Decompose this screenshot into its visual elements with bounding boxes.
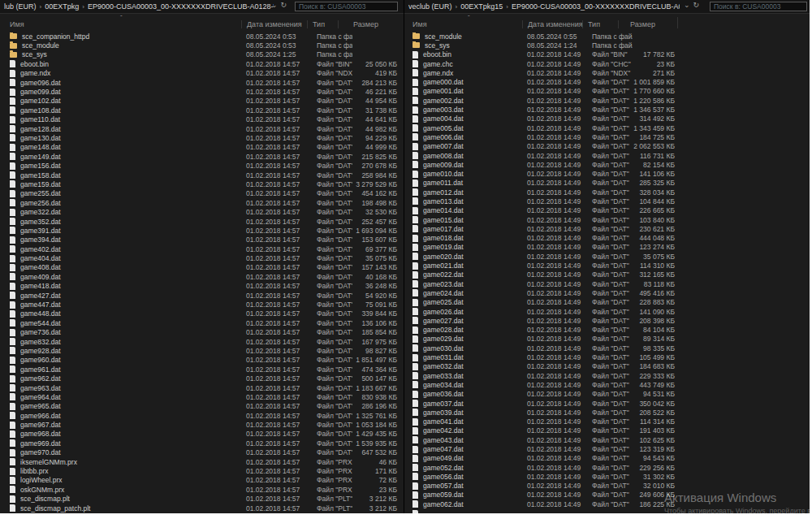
breadcrumb[interactable]: lub (EUR)›00EXTpkg›EP9000-CUSA00003_00-X… (4, 2, 274, 11)
file-row[interactable]: game404.dat01.02.2018 14:57Файл "DAT"35 … (0, 253, 404, 262)
breadcrumb-segment[interactable]: EP9000-CUSA00003_00-XXXXXXXDRIVECLUB-A01… (512, 2, 680, 11)
breadcrumb[interactable]: veclub (EUR)›00EXTpkg15›EP9000-CUSA00003… (408, 2, 680, 11)
column-header-name[interactable]: Имя (10, 20, 246, 28)
file-row[interactable]: game020.dat01.02.2018 14:49Файл "DAT"35 … (404, 252, 810, 261)
file-row[interactable]: game032.dat01.02.2018 14:49Файл "DAT"184… (404, 362, 810, 371)
file-row[interactable]: game009.dat01.02.2018 14:49Файл "DAT"82 … (404, 160, 810, 169)
file-row[interactable]: eboot.bin01.02.2018 14:49Файл "BIN"17 78… (404, 50, 810, 59)
file-row[interactable]: game052.dat01.02.2018 14:49Файл "DAT"229… (404, 463, 810, 472)
search-input[interactable] (710, 2, 807, 11)
file-row[interactable]: game402.dat01.02.2018 14:57Файл "DAT"69 … (0, 244, 404, 253)
file-row[interactable]: game096.dat01.02.2018 14:57Файл "DAT"284… (0, 78, 404, 87)
file-row[interactable]: game256.dat01.02.2018 14:57Файл "DAT"198… (0, 198, 404, 207)
file-row[interactable]: game736.dat01.02.2018 14:57Файл "DAT"185… (0, 328, 404, 337)
file-row[interactable]: game028.dat01.02.2018 14:49Файл "DAT"84 … (404, 326, 810, 335)
file-row[interactable]: game005.dat01.02.2018 14:49Файл "DAT"1 3… (404, 123, 810, 132)
file-row[interactable]: game130.dat01.02.2018 14:57Файл "DAT"94 … (0, 133, 404, 142)
column-header-type[interactable]: Тип (582, 20, 623, 28)
file-row[interactable]: game156.dat01.02.2018 14:57Файл "DAT"270… (0, 161, 404, 170)
file-row[interactable]: sce_companion_httpd08.05.2024 0:53Папка … (0, 32, 404, 41)
file-row[interactable]: game059.dat01.02.2018 14:49Файл "DAT"249… (404, 491, 810, 500)
file-row[interactable]: game002.dat01.02.2018 14:49Файл "DAT"1 2… (404, 96, 810, 105)
file-row[interactable]: game409.dat01.02.2018 14:57Файл "DAT"40 … (0, 272, 404, 281)
file-row[interactable]: sce_module08.05.2024 0:53Папка с файлами (0, 41, 404, 50)
file-row[interactable]: iksemelGNMm.prx01.02.2018 14:57Файл "PRX… (0, 457, 404, 466)
breadcrumb-segment[interactable]: 00EXTpkg (45, 2, 79, 11)
file-row[interactable]: game963.dat01.02.2018 14:57Файл "DAT"1 1… (0, 383, 404, 392)
file-row[interactable]: game966.dat01.02.2018 14:57Файл "DAT"1 3… (0, 411, 404, 420)
refresh-icon[interactable]: ↻ (693, 1, 702, 9)
file-row[interactable]: game447.dat01.02.2018 14:57Файл "DAT"75 … (0, 300, 404, 309)
file-row[interactable]: game962.dat01.02.2018 14:57Файл "DAT"500… (0, 374, 404, 383)
file-row[interactable]: game158.dat01.02.2018 14:57Файл "DAT"258… (0, 171, 404, 179)
file-row[interactable]: game352.dat01.02.2018 14:57Файл "DAT"252… (0, 217, 404, 226)
file-row[interactable]: game019.dat01.02.2018 14:49Файл "DAT"123… (404, 243, 810, 252)
file-row[interactable]: game022.dat01.02.2018 14:49Файл "DAT"312… (404, 270, 810, 279)
file-row[interactable]: game427.dat01.02.2018 14:57Файл "DAT"54 … (0, 291, 404, 300)
file-row[interactable]: game030.dat01.02.2018 14:49Файл "DAT"98 … (404, 344, 810, 352)
file-row[interactable]: sce_sys08.05.2024 1:24Папка с файлами (404, 41, 810, 50)
breadcrumb-segment[interactable]: lub (EUR) (4, 2, 37, 11)
file-row[interactable]: game928.dat01.02.2018 14:57Файл "DAT"98 … (0, 346, 404, 355)
file-row[interactable]: game056.dat01.02.2018 14:49Файл "DAT"31 … (404, 472, 810, 481)
file-row[interactable]: eboot.bin01.02.2018 14:57Файл "BIN"25 05… (0, 59, 404, 68)
file-row[interactable]: game047.dat01.02.2018 14:49Файл "DAT"123… (404, 444, 810, 453)
column-header-size[interactable]: Размер (338, 20, 382, 28)
file-row[interactable]: game967.dat01.02.2018 14:57Файл "DAT"1 0… (0, 420, 404, 429)
file-row[interactable]: game036.dat01.02.2018 14:49Файл "DAT"94 … (404, 390, 810, 399)
file-row[interactable]: game408.dat01.02.2018 14:57Файл "DAT"157… (0, 263, 404, 272)
file-row[interactable]: game.chc01.02.2018 14:49Файл "CHC"23 КБ (404, 59, 810, 68)
file-row[interactable]: game110.dat01.02.2018 14:57Файл "DAT"44 … (0, 115, 404, 124)
chevron-down-icon[interactable]: ⌄ (271, 1, 281, 9)
file-row[interactable]: game961.dat01.02.2018 14:57Файл "DAT"474… (0, 365, 404, 374)
file-row[interactable]: game026.dat01.02.2018 14:49Файл "DAT"141… (404, 307, 810, 316)
column-header-date[interactable]: Дата изменения (522, 20, 587, 28)
file-row[interactable]: game159.dat01.02.2018 14:57Файл "DAT"3 2… (0, 179, 404, 188)
file-row[interactable]: sce_sys08.05.2024 1:25Папка с файлами (0, 50, 404, 59)
file-row[interactable]: game023.dat01.02.2018 14:49Файл "DAT"83 … (404, 279, 810, 288)
file-row[interactable]: game031.dat01.02.2018 14:49Файл "DAT"105… (404, 352, 810, 361)
file-row[interactable]: game037.dat01.02.2018 14:49Файл "DAT"350… (404, 399, 810, 408)
search-input[interactable] (295, 2, 398, 11)
file-row[interactable]: game448.dat01.02.2018 14:57Файл "DAT"339… (0, 309, 404, 318)
file-row[interactable]: game043.dat01.02.2018 14:49Файл "DAT"102… (404, 435, 810, 444)
file-row[interactable]: game024.dat01.02.2018 14:49Файл "DAT"495… (404, 288, 810, 297)
file-row[interactable]: game027.dat01.02.2018 14:49Файл "DAT"208… (404, 316, 810, 325)
file-row[interactable]: game969.dat01.02.2018 14:57Файл "DAT"1 5… (0, 439, 404, 448)
file-row[interactable]: game.ndx01.02.2018 14:49Файл "NDX"271 КБ (404, 68, 810, 77)
file-row[interactable]: game.ndx01.02.2018 14:57Файл "NDX"419 КБ (0, 69, 404, 78)
file-row[interactable]: game149.dat01.02.2018 14:57Файл "DAT"215… (0, 152, 404, 161)
file-row[interactable]: game057.dat01.02.2018 14:49Файл "DAT"32 … (404, 482, 810, 491)
breadcrumb-segment[interactable]: veclub (EUR) (408, 2, 452, 11)
file-row[interactable]: game034.dat01.02.2018 14:49Файл "DAT"443… (404, 380, 810, 389)
file-row[interactable]: game010.dat01.02.2018 14:49Файл "DAT"141… (404, 169, 810, 178)
file-row[interactable]: game021.dat01.02.2018 14:49Файл "DAT"114… (404, 261, 810, 270)
file-row[interactable]: game041.dat01.02.2018 14:49Файл "DAT"114… (404, 417, 810, 426)
file-row[interactable]: game062.dat01.02.2018 14:49Файл "DAT"186… (404, 500, 810, 508)
file-row[interactable]: game015.dat01.02.2018 14:49Файл "DAT"103… (404, 215, 810, 224)
file-row[interactable]: game255.dat01.02.2018 14:57Файл "DAT"454… (0, 189, 404, 198)
file-row[interactable]: game148.dat01.02.2018 14:57Файл "DAT"44 … (0, 143, 404, 152)
file-row[interactable]: game039.dat01.02.2018 14:49Файл "DAT"208… (404, 408, 810, 417)
file-row[interactable]: game042.dat01.02.2018 14:49Файл "DAT"191… (404, 426, 810, 435)
file-row[interactable]: sce_discmap.plt01.02.2018 14:57Файл "PLT… (0, 495, 404, 504)
column-divider[interactable] (677, 17, 678, 28)
column-header-name[interactable]: Имя (412, 20, 527, 28)
file-row[interactable]: game008.dat01.02.2018 14:49Файл "DAT"116… (404, 151, 810, 160)
file-row[interactable]: game964.dat01.02.2018 14:57Файл "DAT"830… (0, 392, 404, 401)
file-row[interactable]: game965.dat01.02.2018 14:57Файл "DAT"286… (0, 402, 404, 411)
file-row[interactable]: game128.dat01.02.2018 14:57Файл "DAT"44 … (0, 124, 404, 133)
file-row[interactable]: game049.dat01.02.2018 14:49Файл "DAT"94 … (404, 454, 810, 463)
column-header-date[interactable]: Дата изменения (241, 20, 312, 28)
file-row[interactable]: game025.dat01.02.2018 14:49Файл "DAT"228… (404, 298, 810, 307)
column-header-size[interactable]: Размер (618, 20, 660, 28)
file-row[interactable]: game322.dat01.02.2018 14:57Файл "DAT"32 … (0, 207, 404, 216)
file-row[interactable]: game033.dat01.02.2018 14:49Файл "DAT"229… (404, 371, 810, 380)
file-row[interactable]: game960.dat01.02.2018 14:57Файл "DAT"1 8… (0, 356, 404, 365)
file-row[interactable]: game017.dat01.02.2018 14:49Файл "DAT"230… (404, 224, 810, 233)
file-row[interactable]: game012.dat01.02.2018 14:49Файл "DAT"328… (404, 188, 810, 197)
file-row[interactable]: logiWheel.prx01.02.2018 14:57Файл "PRX"7… (0, 476, 404, 485)
file-row[interactable]: game418.dat01.02.2018 14:57Файл "DAT"36 … (0, 282, 404, 291)
breadcrumb-segment[interactable]: EP9000-CUSA00003_00-XXXXXXXDRIVECLUB-A01… (88, 2, 274, 11)
file-row[interactable]: game544.dat01.02.2018 14:57Файл "DAT"136… (0, 318, 404, 327)
